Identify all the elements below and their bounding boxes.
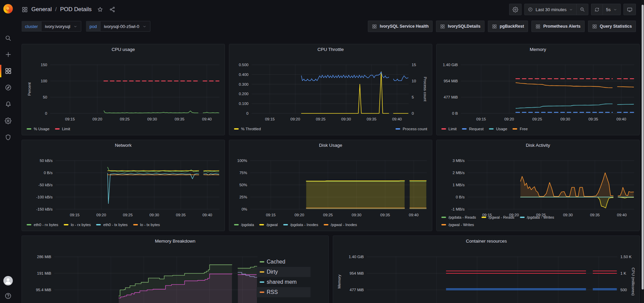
panel-title[interactable]: Memory Breakdown — [22, 239, 328, 244]
legend-swatch — [520, 217, 525, 218]
user-avatar[interactable] — [3, 276, 13, 285]
sidebar-item-explore[interactable] — [0, 79, 16, 96]
legend-item--pgwal-reads[interactable]: /pgwal - Reads — [481, 214, 515, 221]
x-axis-tick: 09:25 — [532, 117, 542, 121]
x-axis-tick: 09:20 — [290, 117, 300, 121]
sidebar-item-alerting[interactable] — [0, 96, 16, 112]
series-lo-tx-bytes — [204, 175, 219, 175]
legend-item--pgdata-reads[interactable]: /pgdata - Reads — [441, 214, 476, 221]
x-axis-tick: 09:25 — [123, 213, 133, 217]
y-axis-tick: 75% — [239, 171, 247, 175]
legend-swatch — [234, 128, 239, 130]
sidebar-item-create[interactable] — [0, 46, 16, 63]
panel-title[interactable]: Network — [22, 143, 225, 148]
sidebar-item-configuration[interactable] — [0, 112, 16, 129]
legend-item--throttled[interactable]: % Throttled — [234, 126, 261, 132]
x-axis-tick: 09:30 — [352, 213, 361, 217]
chart-canvas[interactable]: 09:1509:2009:2509:3009:3509:400%25%50%75… — [229, 140, 433, 231]
legend-label: Process count — [403, 126, 427, 132]
series-process-count — [301, 72, 389, 81]
legend-item-shared-mem[interactable]: shared mem — [257, 277, 311, 287]
legend-item-eth0-tx-bytes[interactable]: eth0 - tx bytes — [96, 221, 127, 228]
grafana-logo[interactable] — [0, 0, 16, 18]
legend-item--pgdata[interactable]: /pgdata — [234, 221, 254, 228]
x-axis-tick: 09:15 — [70, 213, 80, 217]
legend-item-limit[interactable]: Limit — [55, 126, 70, 132]
panel-title[interactable]: Disk Usage — [229, 143, 432, 148]
y-axis-tick: -100 kB/s — [36, 195, 53, 199]
legend-item--pgwal[interactable]: /pgwal — [259, 221, 277, 228]
legend-swatch — [133, 224, 138, 225]
legend-label: Request — [469, 126, 484, 132]
legend-item--pgwal-writes[interactable]: /pgwal - Writes — [441, 221, 474, 228]
legend-item-eth0-rx-bytes[interactable]: eth0 - rx bytes — [27, 221, 58, 228]
legend-label: shared mem — [267, 279, 297, 285]
sidebar-item-server-admin[interactable] — [0, 129, 16, 145]
y-axis-tick: -1 MB/s — [451, 207, 465, 211]
legend-label: /pgdata - Writes — [527, 214, 554, 221]
legend-item--pgdata-writes[interactable]: /pgdata - Writes — [520, 214, 554, 221]
panel-title[interactable]: Memory — [437, 47, 639, 52]
y-axis-tick: 1 MB/s — [452, 183, 465, 187]
legend-item--pgwal-inodes[interactable]: /pgwal - Inodes — [324, 221, 357, 228]
chart-canvas[interactable]: 09:1509:2009:2509:3009:3509:40-150 kB/s-… — [22, 140, 225, 231]
series-lo-tx-bytes — [108, 175, 199, 175]
help-button[interactable] — [4, 292, 12, 300]
legend: /pgdata - Reads/pgwal - Reads/pgdata - W… — [441, 214, 590, 228]
x-axis-tick: 09:35 — [590, 213, 600, 217]
x-axis-tick: 09:30 — [149, 213, 159, 217]
legend-label: lo - tx bytes — [140, 221, 160, 228]
legend-swatch — [64, 224, 68, 225]
legend-item-process-count[interactable]: Process count — [396, 126, 427, 132]
chart-canvas[interactable]: 09:1509:2009:2509:3009:3509:40477 MiB954… — [333, 236, 640, 303]
legend-item-limit[interactable]: Limit — [441, 126, 457, 132]
x-axis-tick: 09:35 — [176, 213, 186, 217]
panel-title[interactable]: CPU Throttle — [229, 47, 432, 52]
y-axis-label-right: CPU (millicores) — [631, 268, 635, 296]
legend: % UsageLimit — [27, 126, 220, 132]
series-eth0-tx-bytes — [108, 173, 199, 203]
x-axis-tick: 09:35 — [588, 117, 598, 121]
legend-item-dirty[interactable]: Dirty — [257, 267, 311, 277]
legend: Process count — [396, 126, 427, 132]
chart-canvas[interactable]: 09:1509:2009:2509:3009:3509:4000.1000.20… — [229, 44, 433, 136]
series-free — [516, 83, 612, 88]
legend-item-request[interactable]: Request — [462, 126, 484, 132]
panel-title[interactable]: Disk Activity — [437, 143, 639, 148]
y-axis-tick: 100% — [237, 159, 247, 163]
legend-item--pgdata-inodes[interactable]: /pgdata - Inodes — [283, 221, 318, 228]
panel-network: Network09:1509:2009:2509:3009:3509:40-15… — [22, 140, 225, 231]
legend-item-rss[interactable]: RSS — [257, 287, 311, 297]
legend-swatch — [234, 224, 239, 225]
legend-item--usage[interactable]: % Usage — [27, 126, 50, 132]
legend-item-lo-tx-bytes[interactable]: lo - tx bytes — [133, 221, 160, 228]
legend-item-lo-rx-bytes[interactable]: lo - rx bytes — [64, 221, 91, 228]
y-axis-tick: 50 kB/s — [40, 159, 53, 163]
x-axis-tick: 09:20 — [504, 117, 514, 121]
x-axis-tick: 09:40 — [392, 117, 402, 121]
sidebar-item-dashboards[interactable] — [0, 63, 16, 79]
x-axis-tick: 09:40 — [617, 213, 627, 217]
panel-container-resources: Container resources09:1509:2009:2509:300… — [333, 236, 640, 303]
chart-canvas[interactable]: 09:1509:2009:2509:3009:3509:40050100150P… — [22, 44, 225, 136]
y-axis-label: Percent — [27, 82, 31, 95]
legend-item-free[interactable]: Free — [513, 126, 528, 132]
legend-item-cached[interactable]: Cached — [257, 257, 311, 267]
y-axis-tick: 0.500 — [239, 63, 248, 67]
scrollbar-thumb[interactable] — [642, 5, 644, 290]
y-axis-tick: 0.100 — [239, 102, 248, 106]
y-axis-tick-right: 15 — [412, 63, 416, 67]
y-axis-tick: 0 — [246, 111, 248, 115]
legend-label: /pgdata — [241, 221, 254, 228]
legend-swatch — [259, 224, 264, 225]
legend-label: RSS — [267, 289, 278, 295]
sidebar-item-search[interactable] — [0, 30, 16, 46]
chart-canvas[interactable]: 09:1509:2009:2509:3009:3509:400 B477 MiB… — [437, 44, 640, 136]
legend-swatch — [441, 128, 446, 130]
panel-title[interactable]: CPU usage — [22, 47, 225, 52]
scrollbar-track[interactable] — [641, 0, 644, 303]
legend-item-usage[interactable]: Usage — [489, 126, 507, 132]
x-axis-tick: 09:35 — [367, 117, 377, 121]
panel-title[interactable]: Container resources — [333, 239, 640, 244]
y-axis-tick: 1.40 GiB — [349, 255, 364, 259]
